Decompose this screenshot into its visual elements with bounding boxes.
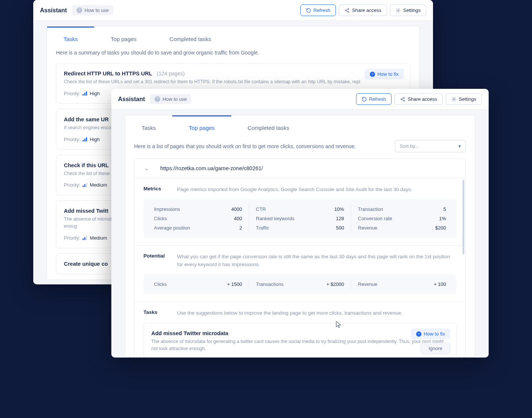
refresh-button[interactable]: Refresh: [300, 4, 336, 16]
tab-tasks[interactable]: Tasks: [125, 115, 172, 138]
potential-grid: Clicks+ 1500 Transactions+ $2000 Revenue…: [143, 274, 457, 294]
share-button[interactable]: Share access: [339, 4, 387, 16]
potential-col: Transactions+ $2000: [249, 280, 351, 289]
header: Assistant ? How to use Refresh Share acc…: [33, 0, 433, 21]
metric-row: Ranked keywords128: [256, 214, 344, 223]
share-button[interactable]: Share access: [395, 93, 443, 105]
metrics-grid: Impressions4000 Clicks400 Average positi…: [143, 199, 457, 238]
task-title: Add the same UR: [64, 116, 109, 122]
tabs: Tasks Top pages Completed tasks: [125, 115, 475, 138]
potential-section: Potential What you can get if the page c…: [134, 246, 466, 302]
potential-col: Clicks+ 1500: [147, 280, 249, 289]
metrics-section: Metrics Page metrics imported from Googl…: [134, 178, 466, 246]
how-to-use-button[interactable]: ? How to use: [150, 94, 191, 104]
page-url-row[interactable]: ⌄ https://rozetka.com.ua/game-zone/c8026…: [134, 158, 466, 178]
metric-row: Clicks+ 1500: [154, 280, 242, 289]
main-card: Tasks Top pages Completed tasks Here is …: [125, 115, 475, 358]
settings-button[interactable]: Settings: [446, 93, 482, 105]
tab-top-pages[interactable]: Top pages: [94, 26, 153, 50]
task-pages: (124 pages): [157, 71, 185, 77]
how-to-fix-button[interactable]: ? How to fix: [365, 69, 404, 79]
svg-rect-12: [86, 183, 87, 187]
ignore-button[interactable]: Ignore: [421, 343, 450, 354]
svg-rect-6: [86, 91, 87, 96]
metrics-label: Metrics: [143, 186, 167, 193]
priority-icon: [83, 91, 87, 97]
section-head: Potential What you can get if the page c…: [143, 253, 457, 268]
section-head: Metrics Page metrics imported from Googl…: [143, 186, 457, 193]
how-to-fix-button[interactable]: ? How to fix: [411, 328, 450, 339]
intro-text: Here is a summary of tasks you should do…: [47, 50, 419, 63]
intro-text: Here is a list of pages that you should …: [134, 143, 356, 149]
metrics-desc: Page metrics imported from Google Analyt…: [177, 186, 412, 193]
help-icon: ?: [77, 7, 82, 13]
task-title: Add missed Twitter microdata: [151, 330, 228, 336]
refresh-icon: [306, 8, 311, 13]
tab-top-pages[interactable]: Top pages: [172, 115, 231, 138]
sort-by-select[interactable]: Sort by... ▾: [395, 140, 466, 152]
svg-rect-11: [84, 184, 85, 187]
help-icon: ?: [416, 331, 421, 337]
metric-row: Revenue+ 100: [358, 280, 446, 289]
svg-point-19: [453, 99, 455, 100]
help-icon: ?: [370, 72, 375, 77]
svg-rect-8: [84, 138, 85, 141]
tabs: Tasks Top pages Completed tasks: [47, 26, 419, 50]
svg-rect-7: [83, 140, 84, 141]
svg-point-3: [398, 10, 399, 11]
svg-rect-10: [83, 185, 84, 187]
task-title: Add missed Twitt: [64, 208, 108, 214]
refresh-icon: [362, 97, 367, 102]
page-url: https://rozetka.com.ua/game-zone/c80261/: [160, 165, 263, 171]
svg-rect-5: [84, 93, 85, 96]
how-to-use-button[interactable]: ? How to use: [72, 5, 113, 15]
task-desc: Check the list of these URLs and set a 3…: [64, 78, 402, 85]
metric-row: Revenue$200: [358, 223, 446, 233]
potential-label: Potential: [143, 253, 167, 268]
metrics-col: Transaction5 Conversion rate1% Revenue$2…: [351, 205, 453, 233]
task-meta: Priority: Medium Issue level: Page Categ…: [151, 358, 449, 358]
tab-tasks[interactable]: Tasks: [47, 26, 94, 50]
settings-button[interactable]: Settings: [390, 4, 426, 16]
metrics-col: Impressions4000 Clicks400 Average positi…: [147, 205, 249, 233]
tab-completed[interactable]: Completed tasks: [231, 115, 306, 138]
chevron-down-icon[interactable]: ⌄: [144, 165, 149, 171]
metric-row: Impressions4000: [154, 205, 242, 214]
section-head: Tasks Use the suggestions below to impro…: [143, 309, 457, 317]
share-icon: [344, 8, 350, 13]
window-top-pages: Assistant ? How to use Refresh Share acc…: [111, 89, 489, 358]
task-item[interactable]: Add missed Twitter microdata The absence…: [143, 323, 457, 358]
svg-rect-4: [83, 94, 84, 96]
body: Tasks Top pages Completed tasks Here is …: [111, 110, 489, 358]
svg-rect-9: [86, 137, 87, 141]
metric-row: Traffic500: [256, 223, 344, 233]
svg-rect-14: [84, 237, 85, 240]
header: Assistant ? How to use Refresh Share acc…: [111, 89, 489, 110]
task-title: Redirect HTTP URL to HTTPS URL: [64, 71, 152, 77]
metric-row: Transactions+ $2000: [256, 280, 344, 289]
gear-icon: [451, 97, 457, 102]
metrics-col: CTR10% Ranked keywords128 Traffic500: [249, 205, 351, 233]
chevron-down-icon: ▾: [458, 143, 461, 149]
share-icon: [400, 97, 405, 102]
metric-row: Conversion rate1%: [358, 214, 446, 223]
gear-icon: [396, 8, 401, 13]
metric-row: Clicks400: [154, 214, 242, 223]
app-title: Assistant: [40, 7, 67, 14]
app-title: Assistant: [118, 96, 145, 103]
task-title: Check if this URL: [64, 162, 109, 168]
controls-row: Here is a list of pages that you should …: [125, 138, 475, 158]
svg-rect-13: [83, 238, 84, 240]
svg-rect-15: [86, 236, 87, 240]
priority-icon: [83, 137, 87, 143]
help-icon: ?: [155, 96, 160, 102]
potential-col: Revenue+ 100: [351, 280, 453, 289]
metric-row: Transaction5: [358, 205, 446, 214]
tab-completed[interactable]: Completed tasks: [153, 26, 228, 50]
scrollbar[interactable]: [463, 180, 464, 255]
metric-row: CTR10%: [256, 205, 344, 214]
tasks-label: Tasks: [143, 309, 167, 317]
refresh-button[interactable]: Refresh: [356, 93, 392, 105]
potential-desc: What you can get if the page conversion …: [177, 253, 457, 268]
tasks-section: Tasks Use the suggestions below to impro…: [134, 302, 466, 358]
